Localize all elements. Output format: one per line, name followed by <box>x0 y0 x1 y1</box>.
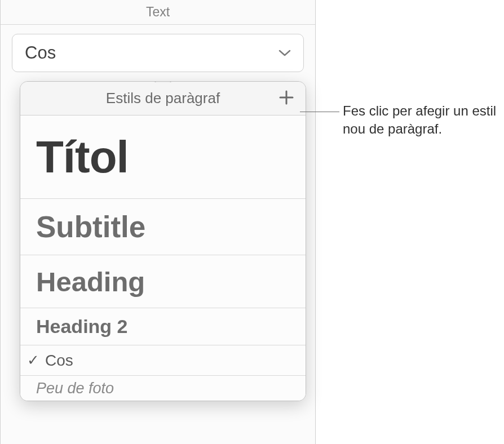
style-item-heading[interactable]: Heading <box>20 255 306 308</box>
style-item-heading2[interactable]: Heading 2 <box>20 308 306 345</box>
popover-header: Estils de paràgraf <box>20 82 306 116</box>
checkmark-icon: ✓ <box>27 352 39 369</box>
style-label: Heading 2 <box>36 316 127 338</box>
style-list: Títol Subtitle Heading Heading 2 ✓ Cos P… <box>20 116 306 401</box>
callout-leader-line <box>300 112 339 112</box>
style-item-peu[interactable]: Peu de foto <box>20 376 306 401</box>
popover-title: Estils de paràgraf <box>106 90 220 107</box>
panel-header: Text <box>1 0 315 25</box>
paragraph-styles-popover: Estils de paràgraf Títol Subtitle Headin… <box>20 81 306 401</box>
callout: Fes clic per afegir un estil nou de parà… <box>343 102 501 139</box>
style-label: Cos <box>45 352 73 370</box>
plus-icon <box>278 90 294 108</box>
style-item-titol[interactable]: Títol <box>20 116 306 199</box>
dropdown-wrapper: Cos <box>1 25 315 72</box>
style-label: Peu de foto <box>36 380 114 397</box>
style-label: Títol <box>36 131 129 183</box>
style-label: Subtitle <box>36 210 145 244</box>
text-panel: Text Cos Estils de paràgraf Títol Subtit… <box>0 0 316 444</box>
style-item-cos[interactable]: ✓ Cos <box>20 345 306 376</box>
callout-text: Fes clic per afegir un estil nou de parà… <box>343 102 501 139</box>
add-style-button[interactable] <box>277 90 295 108</box>
paragraph-style-dropdown[interactable]: Cos <box>12 34 304 72</box>
chevron-down-icon <box>278 49 291 57</box>
panel-title: Text <box>146 5 170 20</box>
dropdown-selected-label: Cos <box>25 43 56 63</box>
style-label: Heading <box>36 266 145 298</box>
style-item-subtitle[interactable]: Subtitle <box>20 199 306 255</box>
